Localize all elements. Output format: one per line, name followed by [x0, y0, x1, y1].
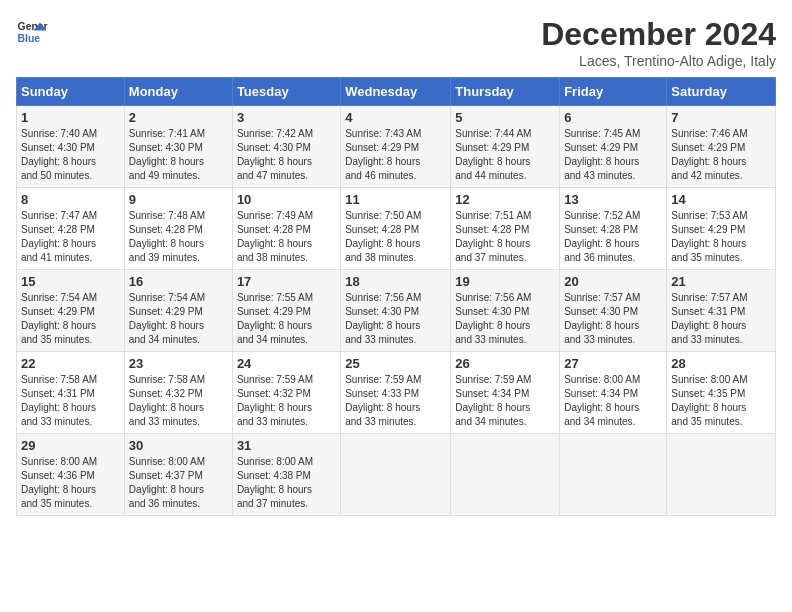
calendar-cell: 21Sunrise: 7:57 AMSunset: 4:31 PMDayligh…: [667, 270, 776, 352]
cell-info: Sunrise: 7:45 AMSunset: 4:29 PMDaylight:…: [564, 127, 662, 183]
calendar-cell: 28Sunrise: 8:00 AMSunset: 4:35 PMDayligh…: [667, 352, 776, 434]
calendar-cell: 6Sunrise: 7:45 AMSunset: 4:29 PMDaylight…: [560, 106, 667, 188]
cell-info: Sunrise: 7:43 AMSunset: 4:29 PMDaylight:…: [345, 127, 446, 183]
calendar-table: SundayMondayTuesdayWednesdayThursdayFrid…: [16, 77, 776, 516]
cell-info: Sunrise: 7:59 AMSunset: 4:33 PMDaylight:…: [345, 373, 446, 429]
cell-info: Sunrise: 7:58 AMSunset: 4:32 PMDaylight:…: [129, 373, 228, 429]
header-row: SundayMondayTuesdayWednesdayThursdayFrid…: [17, 78, 776, 106]
day-number: 11: [345, 192, 446, 207]
calendar-cell: 3Sunrise: 7:42 AMSunset: 4:30 PMDaylight…: [232, 106, 340, 188]
cell-info: Sunrise: 8:00 AMSunset: 4:38 PMDaylight:…: [237, 455, 336, 511]
calendar-cell: 9Sunrise: 7:48 AMSunset: 4:28 PMDaylight…: [124, 188, 232, 270]
calendar-cell: 31Sunrise: 8:00 AMSunset: 4:38 PMDayligh…: [232, 434, 340, 516]
calendar-cell: 1Sunrise: 7:40 AMSunset: 4:30 PMDaylight…: [17, 106, 125, 188]
day-header-saturday: Saturday: [667, 78, 776, 106]
cell-info: Sunrise: 7:52 AMSunset: 4:28 PMDaylight:…: [564, 209, 662, 265]
cell-info: Sunrise: 7:55 AMSunset: 4:29 PMDaylight:…: [237, 291, 336, 347]
day-number: 14: [671, 192, 771, 207]
day-number: 9: [129, 192, 228, 207]
week-row-1: 1Sunrise: 7:40 AMSunset: 4:30 PMDaylight…: [17, 106, 776, 188]
day-number: 26: [455, 356, 555, 371]
cell-info: Sunrise: 7:56 AMSunset: 4:30 PMDaylight:…: [345, 291, 446, 347]
main-title: December 2024: [541, 16, 776, 53]
cell-info: Sunrise: 7:41 AMSunset: 4:30 PMDaylight:…: [129, 127, 228, 183]
cell-info: Sunrise: 7:48 AMSunset: 4:28 PMDaylight:…: [129, 209, 228, 265]
day-number: 10: [237, 192, 336, 207]
day-header-tuesday: Tuesday: [232, 78, 340, 106]
cell-info: Sunrise: 8:00 AMSunset: 4:36 PMDaylight:…: [21, 455, 120, 511]
day-number: 31: [237, 438, 336, 453]
calendar-cell: 24Sunrise: 7:59 AMSunset: 4:32 PMDayligh…: [232, 352, 340, 434]
calendar-cell: 11Sunrise: 7:50 AMSunset: 4:28 PMDayligh…: [341, 188, 451, 270]
cell-info: Sunrise: 8:00 AMSunset: 4:37 PMDaylight:…: [129, 455, 228, 511]
calendar-cell: 15Sunrise: 7:54 AMSunset: 4:29 PMDayligh…: [17, 270, 125, 352]
cell-info: Sunrise: 7:46 AMSunset: 4:29 PMDaylight:…: [671, 127, 771, 183]
calendar-cell: 20Sunrise: 7:57 AMSunset: 4:30 PMDayligh…: [560, 270, 667, 352]
title-block: December 2024 Laces, Trentino-Alto Adige…: [541, 16, 776, 69]
cell-info: Sunrise: 7:57 AMSunset: 4:30 PMDaylight:…: [564, 291, 662, 347]
calendar-cell: 30Sunrise: 8:00 AMSunset: 4:37 PMDayligh…: [124, 434, 232, 516]
svg-text:Blue: Blue: [18, 33, 41, 44]
calendar-cell: 10Sunrise: 7:49 AMSunset: 4:28 PMDayligh…: [232, 188, 340, 270]
calendar-cell: 16Sunrise: 7:54 AMSunset: 4:29 PMDayligh…: [124, 270, 232, 352]
cell-info: Sunrise: 7:58 AMSunset: 4:31 PMDaylight:…: [21, 373, 120, 429]
calendar-cell: 14Sunrise: 7:53 AMSunset: 4:29 PMDayligh…: [667, 188, 776, 270]
calendar-cell: 2Sunrise: 7:41 AMSunset: 4:30 PMDaylight…: [124, 106, 232, 188]
cell-info: Sunrise: 8:00 AMSunset: 4:35 PMDaylight:…: [671, 373, 771, 429]
day-number: 19: [455, 274, 555, 289]
day-number: 12: [455, 192, 555, 207]
day-header-monday: Monday: [124, 78, 232, 106]
cell-info: Sunrise: 7:44 AMSunset: 4:29 PMDaylight:…: [455, 127, 555, 183]
day-number: 23: [129, 356, 228, 371]
calendar-cell: 12Sunrise: 7:51 AMSunset: 4:28 PMDayligh…: [451, 188, 560, 270]
day-number: 7: [671, 110, 771, 125]
day-number: 27: [564, 356, 662, 371]
cell-info: Sunrise: 7:56 AMSunset: 4:30 PMDaylight:…: [455, 291, 555, 347]
calendar-cell: 18Sunrise: 7:56 AMSunset: 4:30 PMDayligh…: [341, 270, 451, 352]
day-number: 15: [21, 274, 120, 289]
calendar-cell: 27Sunrise: 8:00 AMSunset: 4:34 PMDayligh…: [560, 352, 667, 434]
week-row-4: 22Sunrise: 7:58 AMSunset: 4:31 PMDayligh…: [17, 352, 776, 434]
calendar-cell: 26Sunrise: 7:59 AMSunset: 4:34 PMDayligh…: [451, 352, 560, 434]
day-number: 24: [237, 356, 336, 371]
day-number: 25: [345, 356, 446, 371]
cell-info: Sunrise: 7:50 AMSunset: 4:28 PMDaylight:…: [345, 209, 446, 265]
calendar-cell: 29Sunrise: 8:00 AMSunset: 4:36 PMDayligh…: [17, 434, 125, 516]
calendar-cell: 7Sunrise: 7:46 AMSunset: 4:29 PMDaylight…: [667, 106, 776, 188]
header: General Blue December 2024 Laces, Trenti…: [16, 16, 776, 69]
day-number: 1: [21, 110, 120, 125]
day-number: 4: [345, 110, 446, 125]
cell-info: Sunrise: 7:47 AMSunset: 4:28 PMDaylight:…: [21, 209, 120, 265]
calendar-cell: 22Sunrise: 7:58 AMSunset: 4:31 PMDayligh…: [17, 352, 125, 434]
calendar-cell: 23Sunrise: 7:58 AMSunset: 4:32 PMDayligh…: [124, 352, 232, 434]
cell-info: Sunrise: 8:00 AMSunset: 4:34 PMDaylight:…: [564, 373, 662, 429]
calendar-cell: 17Sunrise: 7:55 AMSunset: 4:29 PMDayligh…: [232, 270, 340, 352]
week-row-3: 15Sunrise: 7:54 AMSunset: 4:29 PMDayligh…: [17, 270, 776, 352]
logo-icon: General Blue: [16, 16, 48, 48]
cell-info: Sunrise: 7:42 AMSunset: 4:30 PMDaylight:…: [237, 127, 336, 183]
day-number: 29: [21, 438, 120, 453]
day-number: 21: [671, 274, 771, 289]
day-header-thursday: Thursday: [451, 78, 560, 106]
calendar-cell: [560, 434, 667, 516]
cell-info: Sunrise: 7:54 AMSunset: 4:29 PMDaylight:…: [129, 291, 228, 347]
calendar-cell: [451, 434, 560, 516]
calendar-cell: 25Sunrise: 7:59 AMSunset: 4:33 PMDayligh…: [341, 352, 451, 434]
calendar-cell: 13Sunrise: 7:52 AMSunset: 4:28 PMDayligh…: [560, 188, 667, 270]
cell-info: Sunrise: 7:54 AMSunset: 4:29 PMDaylight:…: [21, 291, 120, 347]
cell-info: Sunrise: 7:59 AMSunset: 4:34 PMDaylight:…: [455, 373, 555, 429]
day-number: 5: [455, 110, 555, 125]
day-number: 16: [129, 274, 228, 289]
week-row-2: 8Sunrise: 7:47 AMSunset: 4:28 PMDaylight…: [17, 188, 776, 270]
day-number: 17: [237, 274, 336, 289]
subtitle: Laces, Trentino-Alto Adige, Italy: [541, 53, 776, 69]
day-number: 13: [564, 192, 662, 207]
cell-info: Sunrise: 7:59 AMSunset: 4:32 PMDaylight:…: [237, 373, 336, 429]
cell-info: Sunrise: 7:57 AMSunset: 4:31 PMDaylight:…: [671, 291, 771, 347]
week-row-5: 29Sunrise: 8:00 AMSunset: 4:36 PMDayligh…: [17, 434, 776, 516]
day-header-friday: Friday: [560, 78, 667, 106]
day-number: 22: [21, 356, 120, 371]
calendar-cell: [667, 434, 776, 516]
day-header-sunday: Sunday: [17, 78, 125, 106]
day-header-wednesday: Wednesday: [341, 78, 451, 106]
